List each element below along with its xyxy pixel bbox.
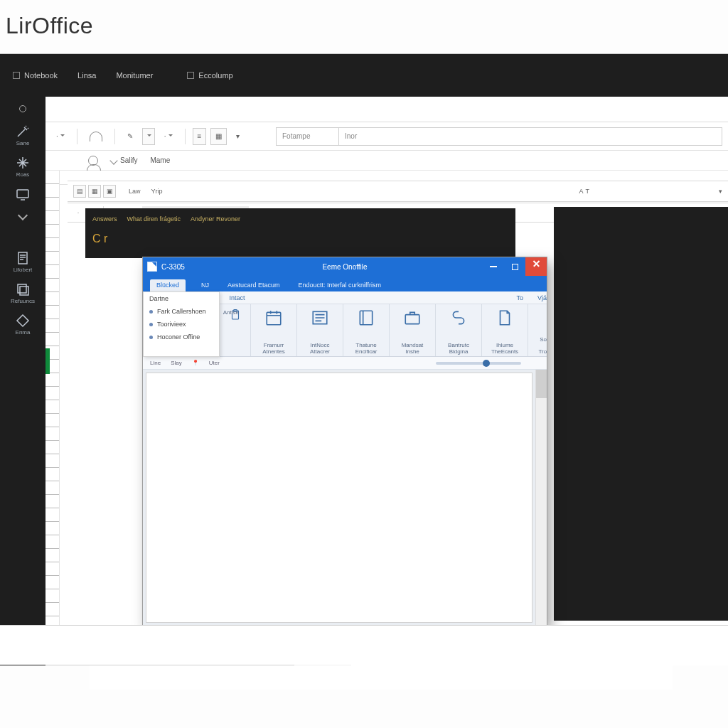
color-dropdown[interactable] xyxy=(142,128,155,145)
font-name-input[interactable]: Fotampe xyxy=(276,127,338,146)
bullet-icon xyxy=(149,323,153,326)
writer-mini-toolbar: ▤ ▦ ▣ Law Yrip A T ▾ xyxy=(68,181,728,202)
calendar-icon[interactable] xyxy=(263,307,284,328)
list-icon[interactable] xyxy=(309,307,331,328)
word-tab[interactable]: Endouctt: Interfal curkniffrism xyxy=(296,279,384,291)
subbar-mame[interactable]: Mame xyxy=(150,156,170,164)
green-marker xyxy=(46,348,50,374)
toolbar-dropdown[interactable]: · xyxy=(51,128,70,145)
quick-item[interactable]: Line xyxy=(147,360,164,366)
green-menu-item[interactable]: What diren frágetic xyxy=(127,215,181,223)
slider-knob[interactable] xyxy=(483,360,490,367)
align-tool[interactable]: ≡ xyxy=(193,128,207,145)
topbar-item-notebook[interactable]: Notebook xyxy=(13,71,58,80)
svg-rect-9 xyxy=(405,315,419,324)
side-menu-item[interactable]: Toorivieex xyxy=(144,318,219,331)
link-icon[interactable] xyxy=(448,307,469,328)
close-button[interactable] xyxy=(525,257,547,276)
notebook-icon[interactable] xyxy=(355,307,377,328)
bullet-icon xyxy=(149,336,153,339)
person-icon xyxy=(88,156,98,166)
scrollbar-thumb[interactable] xyxy=(536,370,547,398)
briefcase-icon[interactable] xyxy=(402,307,423,328)
writer-font-fields: Fotampe Inor xyxy=(276,127,722,146)
word-tab-home[interactable]: Blücked xyxy=(150,279,186,291)
sidebar-item-refuuncs[interactable]: Refuuncs xyxy=(6,283,40,304)
sidebar-item-roas[interactable]: Roas xyxy=(6,156,40,178)
sidebar-collapse[interactable] xyxy=(6,212,40,219)
svg-rect-1 xyxy=(18,252,27,264)
subtab[interactable]: To xyxy=(516,294,523,301)
sparkle-icon xyxy=(16,156,30,169)
vertical-ruler xyxy=(46,171,60,665)
ribbon-group-0: Framurr Atnentes xyxy=(251,304,297,356)
sidebar-item-sane[interactable]: Sane xyxy=(6,125,40,146)
mini-btn[interactable]: ▣ xyxy=(103,185,116,198)
subtab[interactable]: Vjá xyxy=(537,294,547,301)
svg-rect-2 xyxy=(18,284,26,293)
side-menu-item[interactable]: Fark Callershoen xyxy=(144,305,219,318)
quick-item[interactable]: Slay xyxy=(168,360,185,366)
maximize-button[interactable] xyxy=(504,257,525,276)
mini-dropdown[interactable]: ▾ xyxy=(719,188,722,195)
topbar-item-monitor[interactable]: Monitumer xyxy=(116,71,153,80)
caret-tool[interactable]: ▾ xyxy=(231,128,245,145)
green-menu-item[interactable]: Andyner Revoner xyxy=(191,215,240,223)
word-tab[interactable]: Aestucard Etacum xyxy=(225,279,283,291)
quick-item[interactable]: Uter xyxy=(206,360,223,366)
sidebar-circle[interactable] xyxy=(6,102,40,115)
subbar-person[interactable] xyxy=(88,156,98,166)
ribbon-group-4: Bantrutc Bidgina xyxy=(436,304,482,356)
subbar-salify[interactable]: Salify xyxy=(111,156,137,164)
desktop: Notebook Linsa Monitumer Eccolump Sane R… xyxy=(0,53,728,665)
word-titlebar[interactable]: C-3305 Eeme Onoffile xyxy=(143,257,547,276)
ribbon-group-3: Mandsat Inshe xyxy=(390,304,436,356)
dark-inset-right xyxy=(554,207,728,621)
clipboard-icon[interactable] xyxy=(543,307,547,328)
grid-tool[interactable]: ▦ xyxy=(210,128,227,145)
check-icon xyxy=(109,156,117,164)
green-menu-item[interactable]: Answers xyxy=(92,215,117,223)
word-quickbar: Line Slay 📍 Uter xyxy=(143,357,547,370)
arc-tool-icon[interactable] xyxy=(85,128,107,145)
word-window: C-3305 Eeme Onoffile Blücked NJ Aestucar… xyxy=(142,257,547,626)
square-icon xyxy=(13,72,20,79)
app-brand: C r xyxy=(92,232,107,245)
topbar-label: Eccolump xyxy=(198,71,232,80)
mini-label-yrip[interactable]: Yrip xyxy=(147,188,167,195)
svg-rect-0 xyxy=(17,190,28,198)
mini-btn[interactable]: ▤ xyxy=(73,185,86,198)
mini-btn[interactable]: ▦ xyxy=(88,185,101,198)
diamond-icon xyxy=(16,314,30,327)
word-tab[interactable]: NJ xyxy=(198,279,212,291)
sidebar-item-screen[interactable] xyxy=(6,188,40,200)
letter-a-icon[interactable]: A xyxy=(579,188,583,195)
green-menu: Answers What diren frágetic Andyner Revo… xyxy=(92,215,240,223)
subtab[interactable]: Intact xyxy=(230,294,245,301)
ribbon-group-6: Solinyocas Cann Trocatelrion xyxy=(528,304,547,356)
word-vscrollbar[interactable] xyxy=(535,370,547,626)
side-menu-tag: Antise xyxy=(223,309,239,316)
minimize-button[interactable] xyxy=(483,257,504,276)
svg-rect-6 xyxy=(267,312,281,324)
topbar-item-linsa[interactable]: Linsa xyxy=(77,71,96,80)
sidebar-item-lifobert[interactable]: Lifobert xyxy=(6,252,40,273)
mini-label-law[interactable]: Law xyxy=(124,188,145,195)
word-side-menu: Dartne Fark Callershoen Toorivieex Hocon… xyxy=(143,291,220,357)
font-size-input[interactable]: Inor xyxy=(338,127,722,146)
topbar-item-eccolump[interactable]: Eccolump xyxy=(187,71,232,80)
word-doc-icon xyxy=(147,262,157,272)
page-icon[interactable] xyxy=(494,307,515,328)
sidebar-item-enma[interactable]: Enma xyxy=(6,314,40,336)
more-dropdown[interactable]: · xyxy=(159,128,178,145)
bullet-icon xyxy=(149,310,153,314)
side-menu-item[interactable]: Hoconer Offine xyxy=(144,331,219,343)
word-page[interactable] xyxy=(146,373,532,623)
pen-tool-icon[interactable]: ✎ xyxy=(122,128,138,145)
writer-subbar: Salify Mame xyxy=(46,151,728,171)
quick-access-label: C-3305 xyxy=(161,263,185,271)
zoom-slider[interactable] xyxy=(436,362,521,365)
quick-item-pin[interactable]: 📍 xyxy=(189,360,202,366)
letter-t-icon[interactable]: T xyxy=(586,188,590,195)
wand-icon xyxy=(16,125,30,138)
